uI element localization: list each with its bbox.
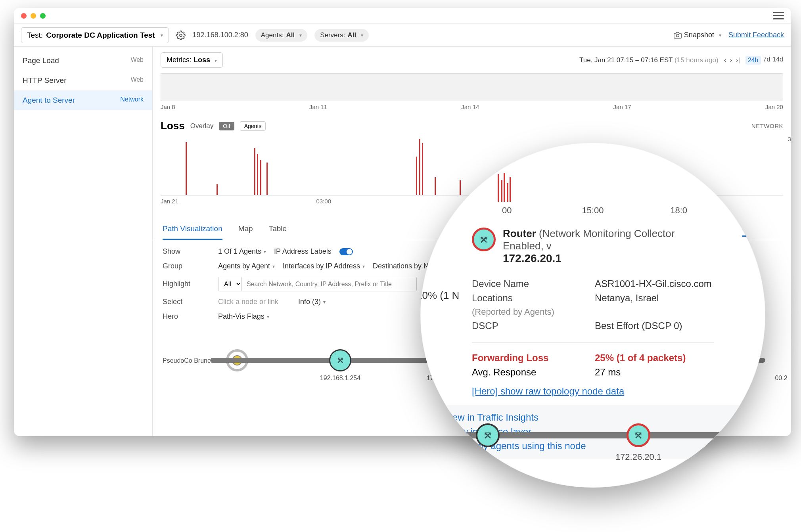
highlight-scope-select[interactable]: All bbox=[218, 277, 242, 291]
show-agents-dropdown[interactable]: 1 Of 1 Agents bbox=[218, 247, 266, 256]
group-label: Group bbox=[163, 262, 210, 270]
highlight-search-input[interactable] bbox=[242, 277, 416, 291]
locations-key: Locations bbox=[472, 293, 587, 304]
info-dropdown[interactable]: Info (3) bbox=[298, 298, 326, 306]
tab-map[interactable]: Map bbox=[238, 219, 253, 240]
maximize-icon[interactable] bbox=[40, 13, 46, 19]
tab-path-visualization[interactable]: Path Visualization bbox=[163, 219, 222, 240]
sidebar-item-http-server[interactable]: HTTP ServerWeb bbox=[14, 71, 152, 90]
ip-labels-toggle[interactable] bbox=[339, 248, 353, 255]
overlay-off-button[interactable]: Off bbox=[219, 122, 234, 130]
mag-router-node-1[interactable]: ⤧ bbox=[476, 423, 500, 447]
device-name-key: Device Name bbox=[472, 278, 587, 289]
router-node-1[interactable]: ⤧ bbox=[329, 349, 351, 371]
group-interfaces-dropdown[interactable]: Interfaces by IP Address bbox=[283, 262, 365, 270]
show-label: Show bbox=[163, 247, 210, 256]
dscp-value: Best Effort (DSCP 0) bbox=[595, 320, 714, 331]
range-24h[interactable]: 24h bbox=[745, 56, 761, 65]
mag-router-node-2[interactable]: ⤧ bbox=[627, 423, 650, 447]
time-range-label: Tue, Jan 21 07:15 – 07:16 EST (15 hours … bbox=[579, 56, 719, 64]
range-14d[interactable]: 14d bbox=[772, 56, 783, 65]
time-nav: ‹ › ›| bbox=[724, 57, 740, 64]
hero-dropdown[interactable]: Path-Vis Flags bbox=[218, 312, 269, 321]
timeline-labels: Jan 8Jan 11Jan 14Jan 17Jan 20 bbox=[153, 101, 791, 113]
avg-response-key: Avg. Response bbox=[472, 367, 587, 378]
forwarding-loss-key: Forwarding Loss bbox=[472, 352, 587, 364]
hero-label: Hero bbox=[163, 312, 210, 321]
agent-label: PseudoCo Brunch bbox=[163, 357, 214, 364]
tab-table[interactable]: Table bbox=[269, 219, 287, 240]
reported-by-label: (Reported by Agents) bbox=[472, 307, 587, 317]
group-agents-dropdown[interactable]: Agents by Agent bbox=[218, 262, 275, 270]
svg-point-0 bbox=[180, 34, 182, 36]
device-name-value: ASR1001-HX-Gil.cisco.com bbox=[595, 278, 714, 289]
agents-filter[interactable]: Agents: All bbox=[255, 29, 307, 42]
node-ip: 172.26.20.1 bbox=[503, 252, 714, 265]
range-selector: 24h 7d 14d bbox=[745, 56, 783, 65]
test-selector[interactable]: Test: Corporate DC Application Test bbox=[21, 27, 169, 43]
window-controls bbox=[21, 13, 46, 19]
target-ip: 192.168.100.2:80 bbox=[193, 31, 248, 39]
metrics-selector[interactable]: Metrics: Loss bbox=[161, 52, 223, 68]
minimize-icon[interactable] bbox=[31, 13, 36, 19]
node-role: Router (Network Monitoring Collector Ena… bbox=[503, 228, 714, 252]
hero-raw-link[interactable]: [Hero] show raw topology node data bbox=[472, 382, 714, 401]
topbar: Test: Corporate DC Application Test 192.… bbox=[14, 24, 791, 47]
network-label: NETWORK bbox=[751, 122, 783, 129]
snapshot-button[interactable]: Snapshot bbox=[674, 31, 721, 39]
prev-icon[interactable]: ‹ bbox=[724, 57, 726, 64]
mag-node-1-ip: 0 bbox=[485, 452, 490, 462]
test-prefix: Test: bbox=[27, 31, 43, 40]
titlebar bbox=[14, 8, 791, 24]
range-7d[interactable]: 7d bbox=[763, 56, 770, 65]
ip-labels-label: IP Address Labels bbox=[274, 247, 332, 256]
loss-title: Loss bbox=[161, 120, 185, 132]
mag-node-2-ip: 172.26.20.1 bbox=[615, 452, 661, 462]
select-hint: Click a node or link bbox=[218, 298, 278, 306]
highlight-search: All bbox=[218, 277, 417, 291]
close-icon[interactable] bbox=[21, 13, 27, 19]
mag-path: ⤧ 0 ⤧ 172.26.20.1 bbox=[444, 416, 742, 472]
overlay-label: Overlay bbox=[190, 122, 214, 130]
servers-filter[interactable]: Servers: All bbox=[314, 29, 369, 42]
end-ip: 00.2 bbox=[775, 375, 787, 382]
forwarding-loss-value: 25% (1 of 4 packets) bbox=[595, 352, 714, 364]
router-icon: ⤧ bbox=[337, 355, 344, 366]
node-1-ip: 192.168.1.254 bbox=[320, 375, 360, 382]
overlay-agents-button[interactable]: Agents bbox=[240, 121, 266, 131]
next-icon[interactable]: › bbox=[730, 57, 732, 64]
sidebar: Page LoadWeb HTTP ServerWeb Agent to Ser… bbox=[14, 47, 153, 436]
overview-timeline[interactable] bbox=[161, 73, 783, 101]
mag-x-labels: 0015:0018:0 bbox=[444, 202, 742, 224]
camera-icon bbox=[674, 31, 682, 39]
sidebar-item-agent-to-server[interactable]: Agent to ServerNetwork bbox=[14, 90, 152, 110]
gear-icon[interactable] bbox=[176, 31, 186, 40]
router-icon: ⤧ bbox=[472, 228, 496, 251]
test-name: Corporate DC Application Test bbox=[46, 31, 155, 40]
jump-end-icon[interactable]: ›| bbox=[736, 57, 740, 64]
submit-feedback-link[interactable]: Submit Feedback bbox=[728, 31, 784, 39]
select-label: Select bbox=[163, 298, 210, 306]
dscp-key: DSCP bbox=[472, 320, 587, 331]
svg-point-1 bbox=[676, 34, 679, 37]
sidebar-item-page-load[interactable]: Page LoadWeb bbox=[14, 51, 152, 71]
menu-icon[interactable] bbox=[773, 12, 784, 19]
locations-value: Netanya, Israel bbox=[595, 293, 714, 304]
highlight-label: Highlight bbox=[163, 280, 210, 288]
avg-response-value: 27 ms bbox=[595, 367, 714, 378]
pct-label: 10% (1 N bbox=[420, 289, 459, 302]
detail-magnifier: 0015:0018:0 ops 10% (1 N ⤧ Router (Netwo… bbox=[420, 143, 765, 488]
